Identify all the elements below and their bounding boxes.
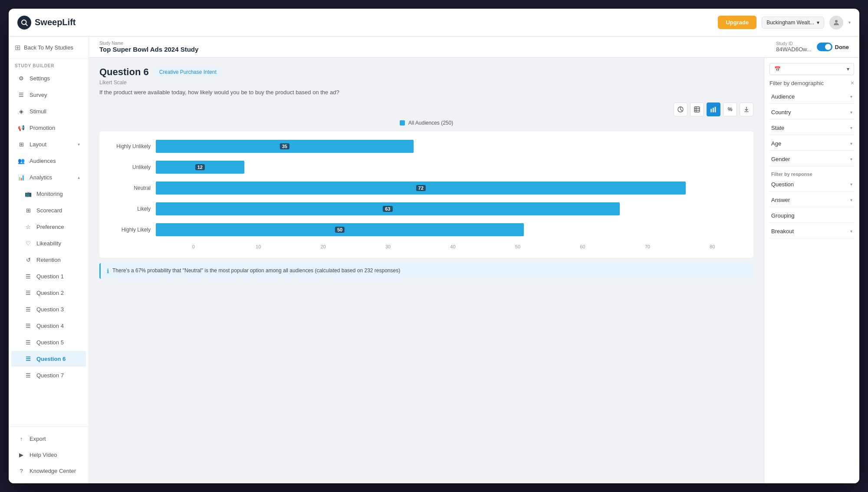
bar-label: Highly Unlikely — [108, 143, 156, 149]
retention-icon: ↺ — [24, 256, 32, 264]
logo-text: SweepLift — [35, 17, 76, 27]
sidebar-item-label: Preference — [36, 224, 64, 230]
info-box: ℹ There's a 67% probability that "Neutra… — [99, 263, 753, 279]
filter-state: State ▾ — [769, 121, 854, 135]
sidebar-item-question2[interactable]: ☰ Question 2 — [11, 285, 86, 300]
axis-label: 70 — [615, 244, 680, 249]
chart-axis: 01020304050607080 — [108, 244, 745, 249]
sidebar-item-question7[interactable]: ☰ Question 7 — [11, 367, 86, 383]
filter-close-button[interactable]: × — [851, 79, 854, 86]
gender-label: Gender — [771, 156, 790, 162]
sidebar-item-label: Question 2 — [36, 290, 64, 296]
date-selector[interactable]: 📅 ▾ — [769, 63, 854, 75]
sidebar-item-question3[interactable]: ☰ Question 3 — [11, 301, 86, 317]
avatar-chevron-icon: ▾ — [848, 20, 851, 25]
question-filter-button[interactable]: Question ▾ — [769, 178, 854, 192]
study-id-value: 84WAD6Ow... — [776, 46, 811, 53]
axis-label: 30 — [355, 244, 420, 249]
filter-demographic-label: Filter by demographic — [769, 80, 824, 86]
survey-icon: ☰ — [17, 91, 25, 99]
filter-age: Age ▾ — [769, 137, 854, 151]
sidebar-item-stimuli[interactable]: ◈ Stimuli — [11, 103, 86, 119]
answer-filter-button[interactable]: Answer ▾ — [769, 193, 854, 207]
gender-chevron-icon: ▾ — [850, 157, 852, 162]
breakout-filter-button[interactable]: Breakout ▾ — [769, 225, 854, 238]
layout-expand-icon: ▾ — [78, 142, 80, 147]
sidebar-item-question6[interactable]: ☰ Question 6 — [11, 351, 86, 367]
sidebar: ⊞ Back To My Studies STUDY BUILDER ⚙ Set… — [9, 36, 89, 483]
sidebar-item-promotion[interactable]: 📢 Promotion — [11, 120, 86, 135]
download-button[interactable] — [740, 102, 753, 116]
sidebar-item-question5[interactable]: ☰ Question 5 — [11, 334, 86, 350]
sidebar-item-help[interactable]: ▶ Help Video — [11, 447, 86, 462]
sidebar-item-scorecard[interactable]: ⊞ Scorecard — [11, 202, 86, 218]
gender-filter-button[interactable]: Gender ▾ — [769, 152, 854, 166]
audience-filter-button[interactable]: Audience ▾ — [769, 90, 854, 104]
sidebar-item-label: Survey — [30, 92, 47, 98]
country-label: Country — [771, 109, 791, 116]
sidebar-item-analytics[interactable]: 📊 Analytics ▴ — [11, 169, 86, 185]
bar-chart-button[interactable] — [707, 102, 720, 116]
upgrade-button[interactable]: Upgrade — [718, 16, 756, 29]
bar-value: 63 — [383, 206, 392, 212]
bar-value: 50 — [335, 227, 345, 233]
sidebar-item-monitoring[interactable]: 📺 Monitoring — [11, 186, 86, 201]
question-filter-label: Question — [771, 181, 794, 188]
content-area: Study Name Top Super Bowl Ads 2024 Study… — [89, 36, 859, 483]
sidebar-item-knowledge[interactable]: ? Knowledge Center — [11, 463, 86, 479]
axis-label: 80 — [680, 244, 745, 249]
table-button[interactable] — [690, 102, 704, 116]
axis-label: 0 — [161, 244, 226, 249]
study-id-label: Study ID — [776, 41, 811, 46]
bar-value: 72 — [416, 185, 426, 191]
sidebar-item-preference[interactable]: ☆ Preference — [11, 219, 86, 234]
done-toggle[interactable] — [817, 43, 832, 51]
bar-fill: 63 — [156, 202, 620, 215]
bar-fill: 12 — [156, 161, 244, 174]
study-name-label: Study Name — [99, 41, 198, 46]
sidebar-item-label: Retention — [36, 257, 61, 263]
info-icon: ℹ — [107, 267, 109, 274]
country-filter-button[interactable]: Country ▾ — [769, 106, 854, 119]
sidebar-item-label: Scorecard — [36, 207, 62, 214]
svg-rect-9 — [713, 108, 714, 112]
sidebar-item-audiences[interactable]: 👥 Audiences — [11, 153, 86, 168]
bar-chart: Highly Unlikely 35 Unlikely 12 Neutral 7… — [108, 140, 745, 236]
account-selector[interactable]: Buckingham Wealt... ▾ — [762, 17, 824, 29]
circle-chart-button[interactable] — [674, 102, 687, 116]
sidebar-item-question1[interactable]: ☰ Question 1 — [11, 268, 86, 284]
sidebar-item-question4[interactable]: ☰ Question 4 — [11, 318, 86, 334]
account-chevron-icon: ▾ — [817, 20, 819, 26]
sidebar-item-survey[interactable]: ☰ Survey — [11, 87, 86, 102]
sidebar-item-likeability[interactable]: ♡ Likeability — [11, 235, 86, 251]
percent-button[interactable]: % — [723, 102, 737, 116]
layout-icon: ⊞ — [17, 140, 25, 148]
bar-track: 50 — [156, 223, 745, 236]
filter-response-label: Filter by response — [769, 168, 854, 178]
avatar-button[interactable] — [829, 16, 843, 30]
chart-legend: All Audiences (250) — [99, 120, 753, 126]
calendar-icon: 📅 — [774, 66, 781, 72]
date-chevron-icon: ▾ — [847, 66, 849, 72]
grouping-filter-label: Grouping — [769, 209, 854, 223]
audiences-icon: 👥 — [17, 157, 25, 165]
sidebar-item-label: Layout — [30, 141, 46, 148]
state-filter-button[interactable]: State ▾ — [769, 121, 854, 135]
age-filter-button[interactable]: Age ▾ — [769, 137, 854, 151]
back-to-studies-button[interactable]: ⊞ Back To My Studies — [9, 36, 89, 59]
sidebar-item-layout[interactable]: ⊞ Layout ▾ — [11, 136, 86, 152]
help-icon: ▶ — [17, 451, 25, 459]
account-name: Buckingham Wealt... — [766, 20, 814, 26]
sidebar-item-export[interactable]: ↑ Export — [11, 431, 86, 446]
svg-rect-10 — [715, 107, 716, 112]
bar-track: 12 — [156, 161, 745, 174]
bar-track: 63 — [156, 202, 745, 215]
legend-label: All Audiences (250) — [408, 120, 453, 126]
sidebar-item-settings[interactable]: ⚙ Settings — [11, 70, 86, 86]
chart-area: Question 6 Creative Purchase Intent Like… — [89, 58, 764, 483]
question-header: Question 6 Creative Purchase Intent — [99, 66, 753, 78]
topnav: SweepLift Upgrade Buckingham Wealt... ▾ … — [9, 9, 859, 36]
sidebar-item-retention[interactable]: ↺ Retention — [11, 252, 86, 267]
export-icon: ↑ — [17, 435, 25, 442]
sidebar-item-label: Stimuli — [30, 108, 46, 115]
